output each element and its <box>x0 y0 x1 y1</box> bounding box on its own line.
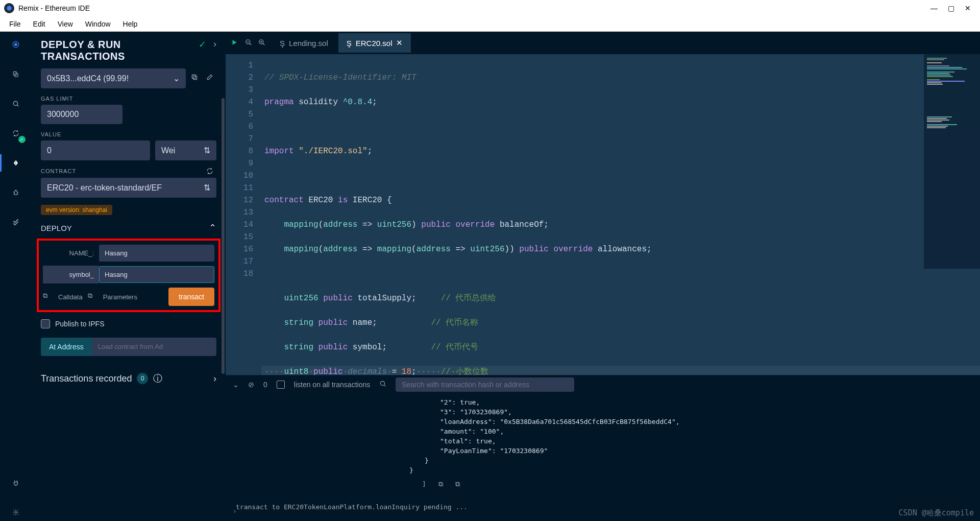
evm-version-badge: evm version: shanghai <box>41 205 112 215</box>
compiler-icon[interactable]: ✓ <box>7 125 24 142</box>
copy-icon[interactable] <box>191 74 201 84</box>
tx-recorded-label: Transactions recorded <box>41 373 132 384</box>
terminal-search-input[interactable]: Search with transaction hash or address <box>396 377 574 392</box>
svg-point-4 <box>13 101 17 105</box>
calldata-label[interactable]: Calldata <box>58 293 83 301</box>
param-symbol-label: symbol_ <box>43 266 99 283</box>
tabbar: ŞLending.sol ŞERC20.sol✕ <box>226 32 980 54</box>
chevron-up-icon[interactable]: ⌃ <box>209 222 216 233</box>
chevron-down-icon[interactable]: ⌄ <box>233 381 239 389</box>
clear-icon[interactable]: ⊘ <box>248 381 254 389</box>
svg-rect-7 <box>193 76 197 79</box>
listen-label: listen on all transactions <box>294 381 370 389</box>
solidity-icon: Ş <box>280 39 285 48</box>
menubar: File Edit View Window Help <box>0 16 980 32</box>
copy-icon[interactable]: ⧉ <box>455 479 460 489</box>
copy-icon[interactable]: ⧉ <box>43 292 53 302</box>
param-name-label: NAME_: <box>43 249 99 257</box>
terminal-bar: ⌄ ⊘ 0 listen on all transactions Search … <box>226 375 980 393</box>
svg-point-5 <box>14 191 17 195</box>
publish-ipfs-label: Publish to IPFS <box>55 320 105 328</box>
svg-rect-8 <box>192 75 195 78</box>
tx-count-badge: 0 <box>137 373 148 384</box>
window-title: Remix - Ethereum IDE <box>18 4 90 12</box>
check-icon[interactable] <box>7 214 24 231</box>
terminal-pending-line: transact to ERC20TokenLoanPlatform.loanI… <box>236 502 970 512</box>
contract-select[interactable]: ERC20 - erc-token-standard/EF⇅ <box>41 178 216 198</box>
parameters-label[interactable]: Parameters <box>103 293 137 301</box>
file-explorer-icon[interactable] <box>7 65 24 83</box>
app-logo-icon <box>4 3 14 13</box>
svg-point-0 <box>7 6 11 10</box>
terminal-output[interactable]: "2": true, "3": "1703230869", "loanAddre… <box>226 393 980 521</box>
svg-point-11 <box>381 381 385 385</box>
side-panel: DEPLOY & RUNTRANSACTIONS ✓ › 0x5B3...edd… <box>32 32 226 521</box>
refresh-icon[interactable] <box>206 168 216 178</box>
solidity-icon: Ş <box>347 39 352 48</box>
account-select[interactable]: 0x5B3...eddC4 (99.99!⌄ <box>41 68 186 88</box>
chevron-right-icon[interactable]: › <box>213 373 216 384</box>
close-button[interactable]: ✕ <box>965 4 971 12</box>
deploy-params-box: NAME_: symbol_ ⧉ Calldata ⧉ Parameters t… <box>37 239 220 312</box>
tab-erc20[interactable]: ŞERC20.sol✕ <box>338 33 411 53</box>
minimap[interactable] <box>924 54 980 269</box>
search-icon[interactable] <box>7 95 24 112</box>
chevron-right-icon[interactable]: › <box>213 39 216 50</box>
menu-view[interactable]: View <box>53 18 78 30</box>
iconbar: ✓ <box>0 32 32 521</box>
copy-icon[interactable]: ⧉ <box>88 292 98 302</box>
chevron-right-icon[interactable]: › <box>233 506 237 516</box>
param-name-input[interactable] <box>99 245 214 262</box>
deploy-run-icon[interactable] <box>7 154 24 172</box>
value-label: VALUE <box>41 131 216 137</box>
value-input[interactable] <box>41 140 150 160</box>
menu-edit[interactable]: Edit <box>28 18 51 30</box>
listen-checkbox[interactable] <box>277 381 285 389</box>
zoom-out-icon[interactable] <box>245 39 252 48</box>
editor-area: ŞLending.sol ŞERC20.sol✕ 123456789101112… <box>226 32 980 521</box>
at-address-button[interactable]: At Address <box>41 338 92 356</box>
transact-button[interactable]: transact <box>168 288 214 306</box>
svg-point-6 <box>15 511 17 513</box>
minimize-button[interactable]: — <box>930 4 938 12</box>
panel-title: DEPLOY & RUNTRANSACTIONS <box>41 39 125 62</box>
watermark: CSDN @哈桑compile <box>899 508 974 518</box>
deploy-label: DEPLOY <box>41 224 72 232</box>
close-icon[interactable]: ✕ <box>396 38 403 48</box>
gutter: 123456789101112131415161718 <box>226 54 261 375</box>
plugin-manager-icon[interactable] <box>7 474 24 491</box>
copy-icon[interactable]: ⧉ <box>438 479 443 489</box>
menu-file[interactable]: File <box>4 18 26 30</box>
run-icon[interactable] <box>231 39 238 48</box>
edit-icon[interactable] <box>206 74 216 84</box>
code-editor[interactable]: 123456789101112131415161718 // SPDX-Lice… <box>226 54 980 375</box>
menu-window[interactable]: Window <box>80 18 116 30</box>
settings-icon[interactable] <box>7 504 24 521</box>
gas-limit-label: GAS LIMIT <box>41 96 216 102</box>
debugger-icon[interactable] <box>7 184 24 201</box>
zoom-in-icon[interactable] <box>258 39 265 48</box>
pending-count: 0 <box>263 381 267 389</box>
at-address-input[interactable]: Load contract from Ad <box>92 338 216 356</box>
contract-label: CONTRACT <box>41 168 76 174</box>
param-symbol-input[interactable] <box>99 266 214 283</box>
info-icon[interactable]: ⓘ <box>153 372 162 385</box>
tab-lending[interactable]: ŞLending.sol <box>272 34 336 53</box>
menu-help[interactable]: Help <box>118 18 143 30</box>
search-icon[interactable] <box>379 380 386 389</box>
window-titlebar: Remix - Ethereum IDE — ▢ ✕ <box>0 0 980 16</box>
publish-ipfs-checkbox[interactable] <box>41 319 50 328</box>
value-unit-select[interactable]: Wei⇅ <box>155 140 216 160</box>
remix-logo-icon[interactable] <box>7 36 24 53</box>
scrollbar[interactable] <box>222 98 225 374</box>
gas-limit-input[interactable] <box>41 105 122 124</box>
maximize-button[interactable]: ▢ <box>948 4 954 12</box>
check-icon: ✓ <box>199 39 206 50</box>
